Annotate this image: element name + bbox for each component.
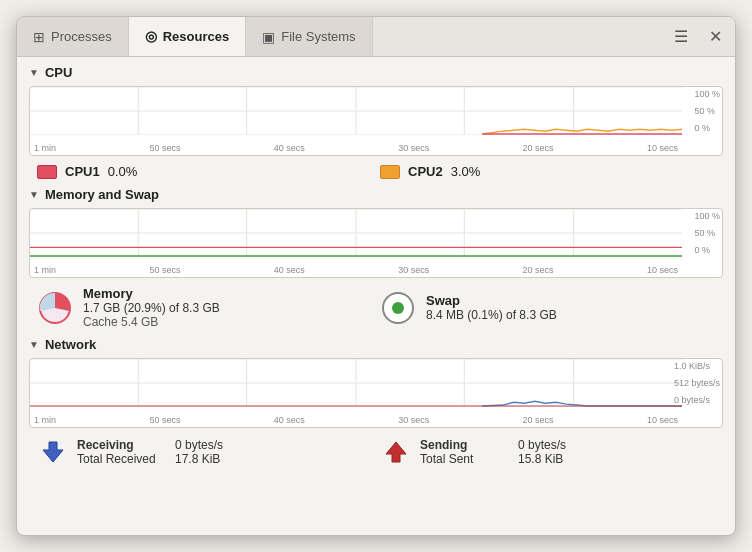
sending-values: 0 bytes/s 15.8 KiB bbox=[518, 438, 566, 466]
memory-chart-area bbox=[30, 209, 682, 257]
sending-icon bbox=[380, 436, 412, 468]
network-y-0: 0 bytes/s bbox=[674, 395, 720, 405]
network-y-512: 512 bytes/s bbox=[674, 378, 720, 388]
swap-text: Swap 8.4 MB (0.1%) of 8.3 GB bbox=[426, 293, 557, 322]
network-header: ▼ Network bbox=[29, 337, 723, 352]
cpu-y-label-0: 0 % bbox=[694, 123, 720, 133]
memory-title: Memory and Swap bbox=[45, 187, 159, 202]
filesystems-icon: ▣ bbox=[262, 29, 275, 45]
memory-x-40s: 40 secs bbox=[274, 265, 305, 275]
memory-stat: Memory 1.7 GB (20.9%) of 8.3 GB Cache 5.… bbox=[37, 286, 372, 329]
resources-icon: ◎ bbox=[145, 28, 157, 44]
svg-marker-28 bbox=[386, 442, 406, 462]
memory-section: ▼ Memory and Swap bbox=[29, 187, 723, 333]
swap-icon bbox=[380, 290, 416, 326]
network-x-20s: 20 secs bbox=[523, 415, 554, 425]
tab-filesystems-label: File Systems bbox=[281, 29, 355, 44]
cpu2-color bbox=[380, 165, 400, 179]
swap-label: Swap bbox=[426, 293, 557, 308]
memory-x-labels: 1 min 50 secs 40 secs 30 secs 20 secs 10… bbox=[30, 265, 682, 275]
memory-x-1min: 1 min bbox=[34, 265, 56, 275]
receiving-sub: Total Received bbox=[77, 452, 167, 466]
swap-stat: Swap 8.4 MB (0.1%) of 8.3 GB bbox=[380, 290, 715, 326]
tab-processes-label: Processes bbox=[51, 29, 112, 44]
cpu-title: CPU bbox=[45, 65, 72, 80]
main-window: ⊞ Processes ◎ Resources ▣ File Systems ☰… bbox=[16, 16, 736, 536]
tab-filesystems[interactable]: ▣ File Systems bbox=[246, 17, 372, 56]
sending-labels: Sending Total Sent bbox=[420, 438, 510, 466]
tab-resources[interactable]: ◎ Resources bbox=[129, 17, 246, 56]
cpu2-stat: CPU2 3.0% bbox=[380, 164, 715, 179]
cpu1-value: 0.0% bbox=[108, 164, 138, 179]
receiving-values: 0 bytes/s 17.8 KiB bbox=[175, 438, 223, 466]
cpu2-label: CPU2 bbox=[408, 164, 443, 179]
receiving-labels: Receiving Total Received bbox=[77, 438, 167, 466]
svg-point-18 bbox=[392, 302, 404, 314]
cpu-y-label-100: 100 % bbox=[694, 89, 720, 99]
cpu-x-30s: 30 secs bbox=[398, 143, 429, 153]
titlebar-spacer bbox=[373, 17, 661, 56]
titlebar: ⊞ Processes ◎ Resources ▣ File Systems ☰… bbox=[17, 17, 735, 57]
memory-x-30s: 30 secs bbox=[398, 265, 429, 275]
cpu1-stat: CPU1 0.0% bbox=[37, 164, 372, 179]
network-y-labels: 1.0 KiB/s 512 bytes/s 0 bytes/s bbox=[674, 359, 720, 407]
menu-button[interactable]: ☰ bbox=[665, 21, 697, 53]
network-section: ▼ Network bbox=[29, 337, 723, 472]
sending-label: Sending bbox=[420, 438, 510, 452]
network-arrow: ▼ bbox=[29, 339, 39, 350]
cpu1-color bbox=[37, 165, 57, 179]
memory-chart-svg bbox=[30, 209, 682, 257]
network-x-50s: 50 secs bbox=[149, 415, 180, 425]
memory-arrow: ▼ bbox=[29, 189, 39, 200]
cpu-header: ▼ CPU bbox=[29, 65, 723, 80]
memory-x-50s: 50 secs bbox=[149, 265, 180, 275]
network-title: Network bbox=[45, 337, 96, 352]
memory-y-0: 0 % bbox=[694, 245, 720, 255]
memory-x-10s: 10 secs bbox=[647, 265, 678, 275]
cpu-chart-area bbox=[30, 87, 682, 135]
main-content: ▼ CPU bbox=[17, 57, 735, 535]
sending-sub-value: 15.8 KiB bbox=[518, 452, 566, 466]
memory-header: ▼ Memory and Swap bbox=[29, 187, 723, 202]
network-x-10s: 10 secs bbox=[647, 415, 678, 425]
network-chart-svg bbox=[30, 359, 682, 407]
cpu-chart: 100 % 50 % 0 % 1 min 50 secs 40 secs 30 … bbox=[29, 86, 723, 156]
memory-line1: 1.7 GB (20.9%) of 8.3 GB bbox=[83, 301, 220, 315]
cpu1-label: CPU1 bbox=[65, 164, 100, 179]
close-button[interactable]: ✕ bbox=[699, 21, 731, 53]
cpu2-value: 3.0% bbox=[451, 164, 481, 179]
swap-line1: 8.4 MB (0.1%) of 8.3 GB bbox=[426, 308, 557, 322]
network-stats-row: Receiving Total Received 0 bytes/s 17.8 … bbox=[29, 432, 723, 472]
receiving-label: Receiving bbox=[77, 438, 167, 452]
cpu-x-50s: 50 secs bbox=[149, 143, 180, 153]
svg-marker-27 bbox=[43, 442, 63, 462]
cpu-x-1min: 1 min bbox=[34, 143, 56, 153]
cpu-chart-svg bbox=[30, 87, 682, 135]
tab-processes[interactable]: ⊞ Processes bbox=[17, 17, 129, 56]
sending-value: 0 bytes/s bbox=[518, 438, 566, 452]
network-chart: 1.0 KiB/s 512 bytes/s 0 bytes/s 1 min 50… bbox=[29, 358, 723, 428]
receiving-sub-value: 17.8 KiB bbox=[175, 452, 223, 466]
receiving-stat: Receiving Total Received 0 bytes/s 17.8 … bbox=[37, 436, 372, 468]
memory-label: Memory bbox=[83, 286, 220, 301]
memory-y-100: 100 % bbox=[694, 211, 720, 221]
memory-stats-row: Memory 1.7 GB (20.9%) of 8.3 GB Cache 5.… bbox=[29, 282, 723, 333]
processes-icon: ⊞ bbox=[33, 29, 45, 45]
cpu-x-40s: 40 secs bbox=[274, 143, 305, 153]
titlebar-buttons: ☰ ✕ bbox=[661, 17, 735, 56]
cpu-x-labels: 1 min 50 secs 40 secs 30 secs 20 secs 10… bbox=[30, 143, 682, 153]
receiving-value: 0 bytes/s bbox=[175, 438, 223, 452]
tab-resources-label: Resources bbox=[163, 29, 229, 44]
network-x-1min: 1 min bbox=[34, 415, 56, 425]
memory-y-50: 50 % bbox=[694, 228, 720, 238]
memory-text: Memory 1.7 GB (20.9%) of 8.3 GB Cache 5.… bbox=[83, 286, 220, 329]
cpu-section: ▼ CPU bbox=[29, 65, 723, 183]
network-chart-area bbox=[30, 359, 682, 407]
network-x-30s: 30 secs bbox=[398, 415, 429, 425]
memory-y-labels: 100 % 50 % 0 % bbox=[694, 209, 720, 257]
cpu-x-20s: 20 secs bbox=[523, 143, 554, 153]
cpu-x-10s: 10 secs bbox=[647, 143, 678, 153]
cpu-y-labels: 100 % 50 % 0 % bbox=[694, 87, 720, 135]
cpu-y-label-50: 50 % bbox=[694, 106, 720, 116]
memory-line2: Cache 5.4 GB bbox=[83, 315, 220, 329]
